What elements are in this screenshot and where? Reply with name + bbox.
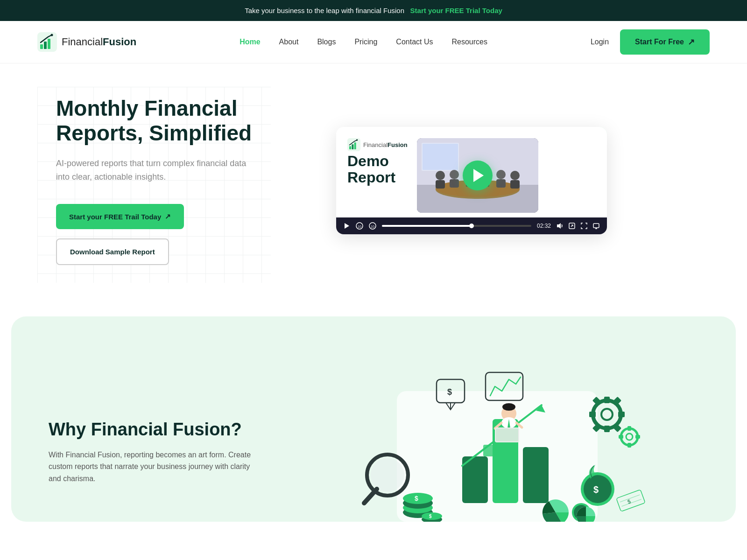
svg-rect-44 bbox=[483, 445, 497, 456]
hero-title: Monthly Financial Reports, Simplified bbox=[56, 96, 299, 146]
nav-right: Login Start For Free ↗ bbox=[591, 29, 710, 55]
green-section-title: Why Financial Fusion? bbox=[49, 420, 254, 440]
nav-home[interactable]: Home bbox=[240, 38, 260, 46]
arrow-icon: ↗ bbox=[688, 37, 695, 47]
time-display: 02:32 bbox=[537, 223, 551, 229]
download-sample-button[interactable]: Download Sample Report bbox=[56, 238, 169, 265]
svg-point-87 bbox=[626, 434, 633, 440]
green-section-subtitle: With Financial Fusion, reporting becomes… bbox=[49, 449, 254, 485]
nav-links: Home About Blogs Pricing Contact Us Reso… bbox=[240, 38, 487, 46]
banner-cta[interactable]: Start your FREE Trial Today bbox=[410, 7, 502, 14]
navbar: FinancialFusion Home About Blogs Pricing… bbox=[0, 21, 747, 63]
svg-line-59 bbox=[364, 489, 377, 503]
progress-dot bbox=[469, 224, 474, 228]
svg-marker-29 bbox=[345, 223, 349, 229]
login-button[interactable]: Login bbox=[591, 38, 609, 46]
hero-section: Monthly Financial Reports, Simplified AI… bbox=[0, 63, 747, 302]
logo-icon bbox=[37, 32, 57, 52]
video-logo-row: FinancialFusion bbox=[347, 138, 408, 151]
svg-rect-26 bbox=[510, 180, 520, 189]
svg-rect-1 bbox=[40, 44, 43, 49]
play-button[interactable] bbox=[463, 161, 493, 190]
nav-resources[interactable]: Resources bbox=[451, 38, 487, 46]
external-link-icon bbox=[569, 223, 575, 229]
svg-rect-79 bbox=[604, 426, 610, 432]
nav-contact[interactable]: Contact Us bbox=[396, 38, 433, 46]
video-thumbnail[interactable] bbox=[417, 138, 538, 213]
svg-point-58 bbox=[371, 458, 404, 492]
svg-point-77 bbox=[601, 409, 613, 420]
svg-rect-89 bbox=[627, 443, 631, 448]
svg-point-66 bbox=[422, 512, 442, 520]
video-controls: 10 10 02:32 bbox=[336, 217, 607, 234]
svg-rect-20 bbox=[450, 179, 459, 188]
hero-right: FinancialFusion Demo Report bbox=[336, 127, 607, 234]
volume-button[interactable] bbox=[557, 223, 563, 229]
cast-button[interactable] bbox=[593, 223, 599, 229]
logo[interactable]: FinancialFusion bbox=[37, 32, 136, 52]
svg-rect-81 bbox=[618, 412, 625, 417]
green-illustration: $ $ $ $ bbox=[282, 354, 698, 522]
fullscreen-button[interactable] bbox=[581, 223, 587, 229]
svg-text:$: $ bbox=[429, 514, 432, 519]
svg-rect-18 bbox=[436, 180, 445, 189]
video-inner: FinancialFusion Demo Report bbox=[336, 127, 607, 213]
rewind-button[interactable]: 10 bbox=[356, 222, 363, 230]
green-section: Why Financial Fusion? With Financial Fus… bbox=[11, 316, 736, 522]
start-for-free-button[interactable]: Start For Free ↗ bbox=[620, 29, 710, 55]
svg-rect-97 bbox=[616, 490, 645, 512]
banner-text: Take your business to the leap with fina… bbox=[245, 7, 404, 14]
svg-rect-2 bbox=[44, 42, 47, 49]
video-logo-area: FinancialFusion Demo Report bbox=[347, 138, 408, 186]
nav-blogs[interactable]: Blogs bbox=[317, 38, 336, 46]
arrow-icon: ↗ bbox=[165, 212, 171, 221]
svg-rect-8 bbox=[354, 143, 356, 150]
svg-text:10: 10 bbox=[358, 225, 361, 228]
svg-rect-88 bbox=[627, 426, 631, 431]
free-trial-button[interactable]: Start your FREE Trail Today ↗ bbox=[56, 204, 184, 229]
fullscreen-icon bbox=[581, 223, 587, 229]
svg-point-19 bbox=[450, 170, 459, 179]
forward-button[interactable]: 10 bbox=[369, 222, 376, 230]
nav-about[interactable]: About bbox=[279, 38, 299, 46]
svg-text:$: $ bbox=[415, 495, 418, 502]
svg-rect-37 bbox=[593, 224, 599, 228]
svg-rect-24 bbox=[496, 179, 506, 188]
play-icon bbox=[473, 169, 484, 182]
top-banner: Take your business to the leap with fina… bbox=[0, 0, 747, 21]
green-left: Why Financial Fusion? With Financial Fus… bbox=[49, 420, 254, 522]
external-link-button[interactable] bbox=[569, 223, 575, 229]
svg-rect-14 bbox=[423, 144, 458, 170]
video-logo-text: FinancialFusion bbox=[363, 141, 408, 148]
svg-rect-90 bbox=[619, 435, 623, 439]
svg-text:10: 10 bbox=[371, 225, 374, 228]
forward-icon: 10 bbox=[369, 222, 376, 230]
svg-rect-91 bbox=[635, 435, 640, 439]
video-logo-icon bbox=[347, 138, 360, 151]
svg-point-48 bbox=[502, 403, 515, 411]
video-demo-title: Demo Report bbox=[347, 153, 408, 186]
svg-rect-7 bbox=[352, 145, 353, 150]
video-player: FinancialFusion Demo Report bbox=[336, 127, 607, 234]
nav-pricing[interactable]: Pricing bbox=[354, 38, 377, 46]
illustration-svg: $ $ $ $ bbox=[327, 354, 654, 522]
progress-fill bbox=[382, 225, 472, 227]
svg-point-9 bbox=[356, 140, 358, 141]
svg-rect-3 bbox=[48, 39, 50, 49]
svg-point-25 bbox=[510, 171, 520, 180]
rewind-icon: 10 bbox=[356, 222, 363, 230]
play-pause-button[interactable] bbox=[344, 223, 350, 229]
svg-text:$: $ bbox=[593, 484, 599, 495]
svg-point-17 bbox=[436, 171, 445, 180]
svg-point-4 bbox=[51, 34, 53, 36]
logo-text: FinancialFusion bbox=[62, 36, 136, 48]
svg-text:$: $ bbox=[447, 387, 452, 397]
hero-subtitle: AI-powered reports that turn complex fin… bbox=[56, 157, 252, 184]
progress-bar[interactable] bbox=[382, 225, 531, 227]
svg-rect-43 bbox=[523, 447, 549, 503]
hero-buttons: Start your FREE Trail Today ↗ Download S… bbox=[56, 204, 299, 265]
cast-icon bbox=[593, 223, 599, 229]
hero-left: Monthly Financial Reports, Simplified AI… bbox=[56, 96, 299, 265]
svg-rect-78 bbox=[604, 397, 610, 403]
svg-marker-34 bbox=[557, 223, 561, 229]
